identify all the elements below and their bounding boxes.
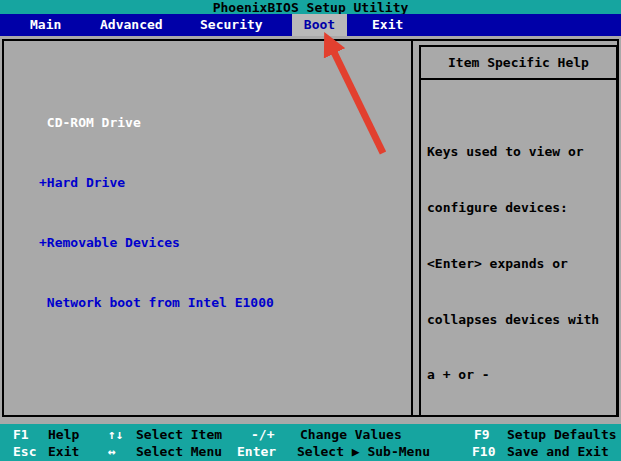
tab-advanced[interactable]: Advanced bbox=[100, 14, 163, 36]
menu-bar: Main Advanced Security Boot Exit bbox=[0, 14, 621, 36]
item-specific-help-panel: Item Specific Help Keys used to view or … bbox=[419, 45, 618, 417]
help-line: a + or - bbox=[427, 366, 614, 385]
key-f9: F9 bbox=[474, 426, 490, 443]
key-legend-row-1: F1 Help ↑↓ Select Item -/+ Change Values… bbox=[0, 426, 621, 443]
help-line: collapses devices with bbox=[427, 311, 614, 330]
key-leftright-icon: ↔ bbox=[108, 443, 116, 460]
boot-item-removable[interactable]: +Removable Devices bbox=[39, 233, 404, 253]
key-esc: Esc bbox=[13, 443, 36, 460]
boot-device-list: CD-ROM Drive +Hard Drive +Removable Devi… bbox=[4, 73, 404, 353]
help-panel-text: Keys used to view or configure devices: … bbox=[421, 80, 616, 461]
key-legend-bar: F1 Help ↑↓ Select Item -/+ Change Values… bbox=[0, 424, 621, 461]
boot-item-network[interactable]: Network boot from Intel E1000 bbox=[39, 293, 404, 313]
window-title: PhoenixBIOS Setup Utility bbox=[213, 0, 409, 15]
label-select-submenu: Select ▶ Sub-Menu bbox=[297, 443, 430, 460]
key-minus-plus: -/+ bbox=[251, 426, 274, 443]
tab-exit[interactable]: Exit bbox=[372, 14, 403, 36]
label-change-values: Change Values bbox=[300, 426, 402, 443]
key-f1: F1 bbox=[13, 426, 29, 443]
key-updown-icon: ↑↓ bbox=[108, 426, 124, 443]
boot-item-harddrive[interactable]: +Hard Drive bbox=[39, 173, 404, 193]
key-legend-row-2: Esc Exit ↔ Select Menu Enter Select ▶ Su… bbox=[0, 443, 621, 460]
help-line: Keys used to view or bbox=[427, 143, 614, 162]
label-save-and-exit: Save and Exit bbox=[507, 443, 609, 460]
help-panel-title: Item Specific Help bbox=[421, 47, 616, 80]
title-bar: PhoenixBIOS Setup Utility bbox=[0, 0, 621, 14]
label-setup-defaults: Setup Defaults bbox=[507, 426, 617, 443]
tab-security[interactable]: Security bbox=[200, 14, 263, 36]
key-f10: F10 bbox=[472, 443, 495, 460]
label-select-menu: Select Menu bbox=[136, 443, 222, 460]
boot-item-cdrom[interactable]: CD-ROM Drive bbox=[39, 113, 404, 133]
label-select-item: Select Item bbox=[136, 426, 222, 443]
bios-screen: PhoenixBIOS Setup Utility Main Advanced … bbox=[0, 0, 621, 461]
help-line: <Enter> expands or bbox=[427, 255, 614, 274]
tab-boot[interactable]: Boot bbox=[292, 14, 347, 36]
key-enter: Enter bbox=[237, 443, 276, 460]
help-line: configure devices: bbox=[427, 199, 614, 218]
label-help: Help bbox=[48, 426, 79, 443]
panel-divider bbox=[411, 39, 413, 417]
tab-main[interactable]: Main bbox=[30, 14, 61, 36]
label-exit: Exit bbox=[48, 443, 79, 460]
